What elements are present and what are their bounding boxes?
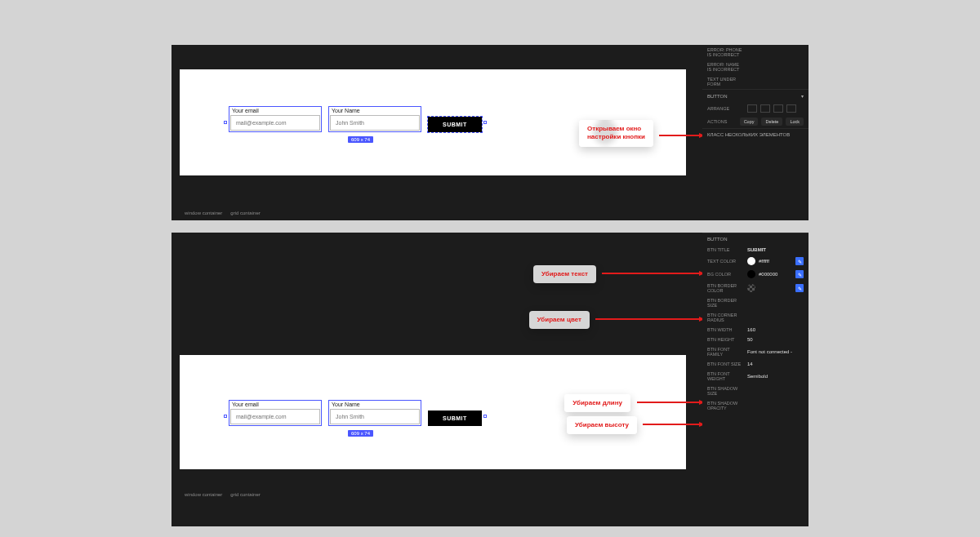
actions-row: ACTIONS Copy Delete Lock — [702, 115, 808, 128]
arrow-icon — [595, 318, 702, 320]
btn-height-row: BTN HEIGHT 50 — [702, 335, 808, 344]
chevron-down-icon: ▾ — [801, 93, 804, 99]
section-button[interactable]: BUTTON — [702, 233, 808, 245]
font-family-select[interactable]: Font not connected - — [747, 349, 804, 354]
name-field: Your Name — [328, 400, 421, 426]
breadcrumb-b[interactable]: grid container — [230, 492, 260, 497]
email-input[interactable] — [230, 115, 320, 131]
selection-handle[interactable] — [483, 415, 487, 418]
bg-color-swatch[interactable] — [747, 270, 755, 278]
arrange-opt[interactable] — [747, 104, 757, 113]
breadcrumb: window container grid container — [185, 211, 261, 215]
font-family-row: BTN FONT FAMILY Font not connected - — [702, 344, 808, 359]
corner-radius-row: BTN CORNER RADIUS — [702, 310, 808, 325]
shadow-opacity-row: BTN SHADOW OPACITY — [702, 398, 808, 413]
callout-open-settings: Открываем окно настройки кнопки — [579, 120, 653, 147]
name-input[interactable] — [330, 115, 420, 131]
btn-title-row: BTN TITLE SUBMIT — [702, 245, 808, 255]
arrow-icon — [637, 402, 702, 403]
arrange-row: ARRANGE — [702, 102, 808, 115]
callout-remove-text: Убираем текст — [533, 265, 596, 283]
edit-icon[interactable]: ✎ — [795, 257, 804, 265]
error-phone: ERROR: PHONE IS INCORRECT — [707, 47, 744, 57]
selection-handle[interactable] — [483, 121, 487, 124]
btn-width-row: BTN WIDTH 160 — [702, 325, 808, 335]
border-color-row: BTN BORDER COLOR ✎ — [702, 281, 808, 295]
submit-button[interactable]: SUBMIT — [428, 117, 482, 132]
delete-button[interactable]: Delete — [761, 118, 782, 126]
email-label: Your email — [230, 108, 320, 113]
size-badge: 609 x 74 — [348, 136, 373, 143]
copy-button[interactable]: Copy — [740, 118, 759, 126]
arrow-icon — [643, 424, 702, 425]
border-size-row: BTN BORDER SIZE — [702, 295, 808, 310]
breadcrumb-a[interactable]: window container — [185, 211, 222, 215]
name-label: Your Name — [330, 108, 420, 113]
text-under-form: TEXT UNDER FORM — [707, 77, 744, 87]
email-field: Your email — [229, 400, 322, 426]
btn-height-input[interactable]: 50 — [747, 337, 804, 342]
editor-panel-top: Your email Your Name SUBMIT 609 x 74 win… — [172, 45, 808, 220]
breadcrumb-b[interactable]: grid container — [230, 211, 260, 215]
breadcrumb-a[interactable]: window container — [185, 492, 222, 497]
error-name: ERROR: NAME IS INCORRECT — [707, 62, 744, 72]
font-size-row: BTN FONT SIZE 14 — [702, 359, 808, 369]
section-button[interactable]: BUTTON ▾ — [702, 89, 808, 102]
editor-panel-bottom: Your email Your Name SUBMIT 609 x 74 win… — [172, 233, 808, 526]
email-label: Your email — [230, 402, 320, 407]
selection-handle[interactable] — [224, 415, 227, 418]
multi-class-label: КЛАСС НЕСКОЛЬКИХ ЭЛЕМЕНТОВ — [702, 128, 808, 140]
btn-title-input[interactable]: SUBMIT — [747, 247, 804, 252]
name-input[interactable] — [330, 409, 420, 424]
form-row: Your email Your Name SUBMIT — [229, 106, 482, 132]
font-weight-select[interactable]: Semibold — [747, 374, 804, 379]
canvas-top[interactable]: Your email Your Name SUBMIT 609 x 74 win… — [172, 45, 702, 220]
size-badge: 609 x 74 — [348, 430, 373, 437]
border-color-swatch[interactable] — [747, 284, 755, 292]
callout-remove-color: Убираем цвет — [529, 311, 590, 329]
submit-button[interactable]: SUBMIT — [428, 411, 482, 426]
arrange-opt[interactable] — [760, 104, 770, 113]
properties-panel-top: ERROR: PHONE IS INCORRECT ERROR: NAME IS… — [702, 45, 808, 220]
shadow-size-row: BTN SHADOW SIZE — [702, 384, 808, 398]
edit-icon[interactable]: ✎ — [795, 270, 804, 278]
btn-width-input[interactable]: 160 — [747, 327, 804, 332]
breadcrumb: window container grid container — [185, 492, 261, 497]
edit-icon[interactable]: ✎ — [795, 284, 804, 292]
arrow-icon — [659, 135, 702, 136]
callout-remove-height: Убираем высоту — [567, 416, 637, 434]
form-row: Your email Your Name SUBMIT — [229, 400, 482, 426]
arrow-icon — [602, 273, 702, 274]
name-field: Your Name — [328, 106, 421, 132]
text-color-row: TEXT COLOR #ffffff ✎ — [702, 255, 808, 268]
text-color-swatch[interactable] — [747, 257, 755, 265]
name-label: Your Name — [330, 402, 420, 407]
email-input[interactable] — [230, 409, 320, 424]
properties-panel-bottom: BUTTON BTN TITLE SUBMIT TEXT COLOR #ffff… — [702, 233, 808, 526]
selection-handle[interactable] — [224, 121, 227, 124]
bg-color-row: BG COLOR #000000 ✎ — [702, 268, 808, 281]
lock-button[interactable]: Lock — [786, 118, 804, 126]
font-weight-row: BTN FONT WEIGHT Semibold — [702, 369, 808, 384]
arrange-opt[interactable] — [773, 104, 783, 113]
callout-remove-width: Убираем длину — [564, 394, 630, 412]
canvas-bottom[interactable]: Your email Your Name SUBMIT 609 x 74 win… — [172, 233, 702, 526]
font-size-input[interactable]: 14 — [747, 362, 804, 366]
arrange-opt[interactable] — [786, 104, 796, 113]
email-field: Your email — [229, 106, 322, 132]
